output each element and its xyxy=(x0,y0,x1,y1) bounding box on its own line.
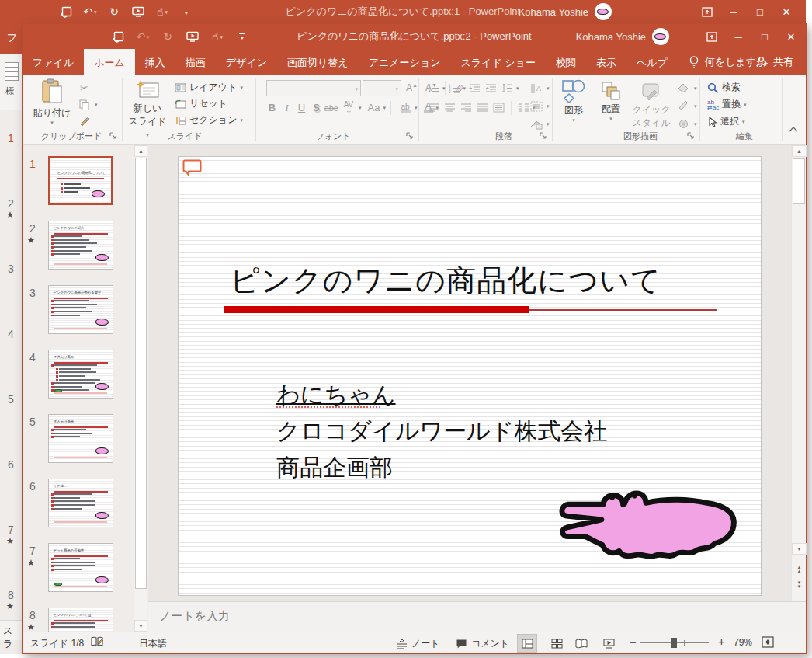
font-name-combobox[interactable]: ▾ xyxy=(266,80,361,96)
slide-sorter-view-button[interactable] xyxy=(547,634,567,653)
quick-styles-button[interactable]: クイック スタイル ▾ xyxy=(631,77,671,133)
tab-home[interactable]: ホーム xyxy=(84,49,135,75)
previous-slide-button[interactable]: ▲▲ xyxy=(792,566,807,573)
slide-thumbnail-8[interactable]: 8★ピンクのワニについては xyxy=(23,608,131,632)
increase-indent-button[interactable] xyxy=(484,81,498,96)
thumbnail-image[interactable]: ピンクのワニについては xyxy=(48,608,113,632)
tab-draw[interactable]: 描画 xyxy=(175,49,216,75)
tab-slideshow[interactable]: スライド ショー xyxy=(450,49,545,75)
thumbnail-image[interactable]: ピンクのワニ商品が売れる背景 xyxy=(48,285,113,334)
pink-crocodile-image[interactable] xyxy=(557,469,741,569)
drawing-dialog-launcher[interactable] xyxy=(687,132,696,141)
zoom-slider[interactable] xyxy=(640,642,709,643)
back-slide-number-8[interactable]: 8★ xyxy=(0,567,22,615)
slide-canvas[interactable]: ピンクのワニの商品化について わにちゃん クロコダイルワールド株式会社 商品企画… xyxy=(178,156,762,596)
select-button[interactable]: 選択▾ xyxy=(707,115,745,128)
back-user-area[interactable]: Kohama Yoshie xyxy=(519,3,612,20)
line-spacing-button[interactable] xyxy=(500,81,515,96)
proofing-status-icon[interactable] xyxy=(91,636,103,648)
next-slide-button[interactable]: ▼▼ xyxy=(792,581,807,589)
back-close-button[interactable]: ✕ xyxy=(773,0,800,23)
clipboard-dialog-launcher[interactable] xyxy=(109,132,119,141)
text-direction-button[interactable]: A▾ xyxy=(529,81,550,96)
tab-file[interactable]: ファイル xyxy=(23,49,84,75)
zoom-out-button[interactable]: − xyxy=(630,635,637,649)
collapse-ribbon-button[interactable] xyxy=(788,126,799,134)
editor-scrollbar-thumb[interactable] xyxy=(793,158,805,204)
justify-button[interactable] xyxy=(475,100,490,115)
back-slide-number-5[interactable]: 5 xyxy=(0,371,22,437)
slide-thumbnail-6[interactable]: 6その他… xyxy=(23,479,131,543)
font-size-combobox[interactable]: ▾ xyxy=(363,80,401,96)
editor-scroll-up-icon[interactable]: ▲ xyxy=(792,145,807,157)
align-text-button[interactable]: ▾ xyxy=(529,99,550,113)
panel-scrollbar[interactable]: ▲ ▼ xyxy=(134,145,147,632)
thumbnail-image[interactable]: 大人向け商品 xyxy=(48,414,113,463)
back-slide-number-4[interactable]: 4 xyxy=(0,306,22,371)
decrease-indent-button[interactable] xyxy=(467,81,482,96)
font-dialog-launcher[interactable] xyxy=(406,132,415,141)
thumbnail-image[interactable]: その他… xyxy=(48,479,113,527)
zoom-slider-thumb[interactable] xyxy=(671,638,677,648)
layout-button[interactable]: レイアウト▾ xyxy=(175,81,243,94)
slide-thumbnail-7[interactable]: 7★ヒット商品の可能性 xyxy=(23,543,131,608)
language-indicator[interactable]: 日本語 xyxy=(139,637,167,650)
slideshow-view-button[interactable] xyxy=(599,634,619,653)
back-ribbon-button-icon[interactable] xyxy=(5,62,19,81)
back-slide-number-7[interactable]: 7★ xyxy=(0,502,22,567)
tell-me-box[interactable]: 何をしますか xyxy=(689,49,767,75)
user-avatar[interactable] xyxy=(652,28,669,45)
zoom-in-button[interactable]: + xyxy=(718,635,725,648)
align-center-button[interactable] xyxy=(442,100,457,115)
slide-thumbnail-3[interactable]: 3ピンクのワニ商品が売れる背景 xyxy=(23,285,131,350)
change-case-button[interactable]: Aa xyxy=(365,100,383,115)
back-slide-number-2[interactable]: 2★ xyxy=(0,176,22,241)
paragraph-dialog-launcher[interactable] xyxy=(540,132,549,141)
tab-animations[interactable]: アニメーション xyxy=(359,49,451,75)
align-left-button[interactable] xyxy=(426,100,441,115)
slide-counter[interactable]: スライド 1/8 xyxy=(30,637,84,650)
tab-design[interactable]: デザイン xyxy=(216,49,277,75)
thumbnail-image[interactable]: 子供向け商品 xyxy=(48,350,113,399)
character-spacing-button[interactable]: AV↔ xyxy=(338,100,359,115)
tab-help[interactable]: ヘルプ xyxy=(626,49,678,75)
text-shadow-button[interactable]: S xyxy=(309,100,324,115)
fit-to-window-button[interactable] xyxy=(762,636,774,648)
paste-button[interactable]: 貼り付け ▾ xyxy=(32,77,72,133)
zoom-level[interactable]: 79% xyxy=(734,637,752,648)
maximize-button[interactable]: □ xyxy=(751,25,778,48)
comments-toggle[interactable]: コメント xyxy=(456,637,509,650)
shape-effects-button[interactable]: ▾ xyxy=(676,117,697,131)
slide-thumbnail-2[interactable]: 2★ピンクのワニの紹介 xyxy=(23,221,131,285)
shapes-button[interactable]: 図形 ▾ xyxy=(557,77,591,133)
tab-transitions[interactable]: 画面切り替え xyxy=(277,49,359,75)
comment-flag-icon[interactable] xyxy=(182,158,203,177)
italic-button[interactable]: I xyxy=(279,100,294,115)
strikethrough-button[interactable]: abc xyxy=(324,100,338,115)
tab-insert[interactable]: 挿入 xyxy=(135,49,175,75)
section-button[interactable]: セクション▾ xyxy=(175,113,243,127)
back-user-avatar[interactable] xyxy=(595,3,612,20)
shape-fill-button[interactable]: ▾ xyxy=(676,81,697,96)
minimize-button[interactable]: ─ xyxy=(725,25,751,48)
notes-toggle[interactable]: ノート xyxy=(397,637,440,650)
reading-view-button[interactable] xyxy=(571,634,592,653)
editor-scrollbar[interactable]: ▲ ▼ ▲▲ ▼▼ xyxy=(791,145,806,601)
distribute-button[interactable] xyxy=(491,100,506,115)
back-maximize-button[interactable]: □ xyxy=(747,0,773,23)
close-button[interactable]: ✕ xyxy=(778,25,804,48)
new-slide-button[interactable]: 新しい スライド ▾ xyxy=(127,77,168,133)
user-area[interactable]: Kohama Yoshie xyxy=(576,28,669,45)
slide-thumbnail-1[interactable]: 1ピンクのワニの商品化について xyxy=(23,156,131,221)
normal-view-button[interactable] xyxy=(517,634,537,653)
highlight-color-button[interactable]: ab xyxy=(396,100,415,115)
bold-button[interactable]: B xyxy=(265,100,279,115)
slide-thumbnail-4[interactable]: 4子供向け商品 xyxy=(23,350,131,414)
panel-scroll-up-icon[interactable]: ▲ xyxy=(134,145,147,157)
numbering-button[interactable]: 123 xyxy=(447,81,462,96)
back-minimize-button[interactable]: ─ xyxy=(720,0,747,23)
back-slide-number-6[interactable]: 6 xyxy=(0,437,22,502)
grow-font-button[interactable]: A▲ xyxy=(406,82,418,93)
find-button[interactable]: 検索 xyxy=(707,81,741,94)
editor-scroll-down-icon[interactable]: ▼ xyxy=(792,543,807,555)
